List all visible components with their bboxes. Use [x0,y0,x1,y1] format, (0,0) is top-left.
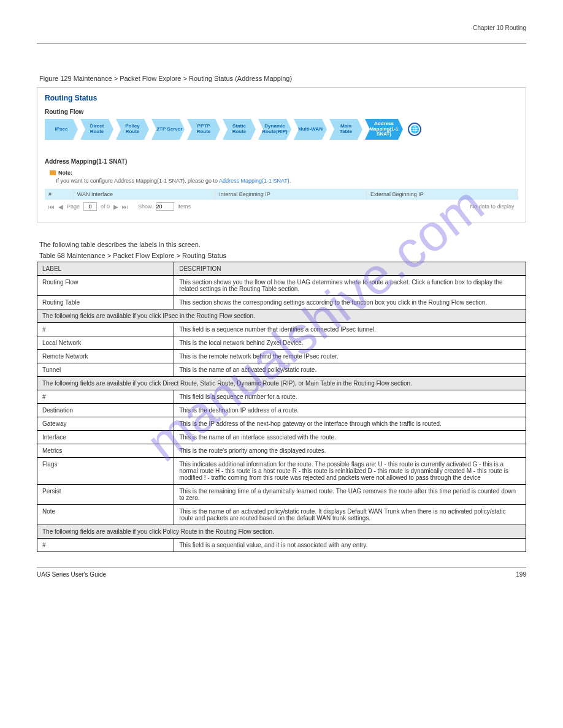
section-title: Address Mapping(1-1 SNAT) [45,158,518,165]
desc-cell: This is the remaining time of a dynamica… [174,485,526,505]
label-cell: Note [37,505,174,525]
label-cell: # [37,390,174,404]
col-num[interactable]: # [45,189,73,200]
table-row: #This field is a sequence number for a r… [37,390,526,404]
flow-direct-route[interactable]: Direct Route [80,119,113,140]
table-row: #This field is a sequential value, and i… [37,539,526,552]
table-caption: Table 68 Maintenance > Packet Flow Explo… [39,252,526,259]
show-select[interactable] [156,202,174,211]
flow-l2tp-server[interactable]: L2TP Server [151,119,185,140]
table-row: Routing FlowThis section shows you the f… [37,276,526,296]
desc-cell: This section shows the corresponding set… [174,296,526,309]
flow-ipsec[interactable]: IPsec [45,119,78,140]
flow-row: IPsec Direct Route Policy Route L2TP Ser… [45,119,518,140]
table-row: Remote NetworkThis is the remote network… [37,350,526,363]
globe-icon: 🌐 [408,123,421,136]
flow-main-table[interactable]: Main Table [329,119,362,140]
label-cell: Routing Table [37,296,174,309]
flow-policy-route[interactable]: Policy Route [116,119,149,140]
table-row: The following fields are available if yo… [37,377,526,390]
ref-header-desc: DESCRIPTION [174,262,526,276]
table-row: NoteThis is the name of an activated pol… [37,505,526,525]
label-cell: Tunnel [37,363,174,377]
table-row: #This field is a sequence number that id… [37,323,526,336]
note-row: Note: [50,170,518,176]
next-page-icon[interactable]: ▶ [113,203,118,210]
flow-multi-wan[interactable]: Multi-WAN [294,119,327,140]
desc-cell: This is the IP address of the next-hop g… [174,417,526,431]
footer: UAG Series User's Guide 199 [37,567,526,578]
flow-dynamic-route[interactable]: Dynamic Route(RIP) [258,119,291,140]
desc-cell: This is the name of an activated policy/… [174,505,526,525]
col-wan[interactable]: WAN Interface [73,189,215,200]
of-label: of 0 [101,203,110,210]
desc-cell: This field is a sequence number that ide… [174,323,526,336]
desc-cell: This is the route's priority among the d… [174,444,526,458]
flow-pptp-route[interactable]: PPTP Route [187,119,220,140]
label-cell: # [37,539,174,552]
table-row: DestinationThis is the destination IP ad… [37,404,526,417]
desc-cell: This section shows you the flow of how t… [174,276,526,296]
label-cell: Destination [37,404,174,417]
routing-flow-label: Routing Flow [45,108,518,115]
page-input[interactable] [83,202,97,211]
note-prefix: If you want to configure Address Mapping… [56,178,219,184]
header-rule [37,44,526,44]
desc-cell: This field is a sequence number for a ro… [174,390,526,404]
desc-cell: This is the destination IP address of a … [174,404,526,417]
first-page-icon[interactable]: ⏮ [48,203,55,210]
footer-right: 199 [516,571,526,578]
table-row: GatewayThis is the IP address of the nex… [37,417,526,431]
routing-status-panel: Routing Status Routing Flow IPsec Direct… [37,87,526,222]
note-text: If you want to configure Address Mapping… [56,178,518,184]
table-row: MetricsThis is the route's priority amon… [37,444,526,458]
panel-title: Routing Status [45,94,518,102]
label-cell: Metrics [37,444,174,458]
section-cell: The following fields are available if yo… [37,377,526,390]
desc-cell: This is the local network behind Zyxel D… [174,336,526,350]
desc-cell: This is the remote network behind the re… [174,350,526,363]
note-icon [50,170,56,175]
label-cell: Gateway [37,417,174,431]
label-cell: # [37,323,174,336]
table-row: PersistThis is the remaining time of a d… [37,485,526,505]
show-label: Show [138,203,152,210]
label-cell: Routing Flow [37,276,174,296]
table-row: The following fields are available if yo… [37,525,526,539]
caption-text: The following table describes the labels… [39,241,526,248]
note-link[interactable]: Address Mapping(1-1 SNAT) [219,178,289,184]
desc-cell: This indicates additional information fo… [174,458,526,485]
pager-controls: ⏮ ◀ Page of 0 ▶ ⏭ Show items [48,202,191,211]
no-data-text: No data to display [470,203,514,210]
note-suffix: . [289,178,291,184]
desc-cell: This field is a sequential value, and it… [174,539,526,552]
label-cell: Persist [37,485,174,505]
section-cell: The following fields are available if yo… [37,309,526,323]
last-page-icon[interactable]: ⏭ [122,203,128,210]
flow-address-mapping[interactable]: Address Mapping(1-1 SNAT) [365,119,403,140]
table-row: FlagsThis indicates additional informati… [37,458,526,485]
data-table: # WAN Interface Internal Beginning IP Ex… [45,189,518,213]
label-cell: Local Network [37,336,174,350]
flow-static-route[interactable]: Static Route [223,119,256,140]
label-cell: Interface [37,431,174,444]
table-row: The following fields are available if yo… [37,309,526,323]
note-label: Note: [58,170,72,176]
label-cell: Remote Network [37,350,174,363]
ref-header-label: LABEL [37,262,174,276]
figure-label: Figure 129 Maintenance > Packet Flow Exp… [39,75,526,82]
col-external[interactable]: External Beginning IP [367,189,518,200]
footer-left: UAG Series User's Guide [37,571,106,578]
section-cell: The following fields are available if yo… [37,525,526,539]
table-row: Local NetworkThis is the local network b… [37,336,526,350]
table-row: InterfaceThis is the name of an interfac… [37,431,526,444]
chapter-header: Chapter 10 Routing [37,25,526,31]
label-cell: Flags [37,458,174,485]
table-row: Routing TableThis section shows the corr… [37,296,526,309]
desc-cell: This is the name of an interface associa… [174,431,526,444]
table-row: TunnelThis is the name of an activated p… [37,363,526,377]
items-label: items [178,203,191,210]
desc-cell: This is the name of an activated policy/… [174,363,526,377]
prev-page-icon[interactable]: ◀ [58,203,63,210]
col-internal[interactable]: Internal Beginning IP [215,189,367,200]
